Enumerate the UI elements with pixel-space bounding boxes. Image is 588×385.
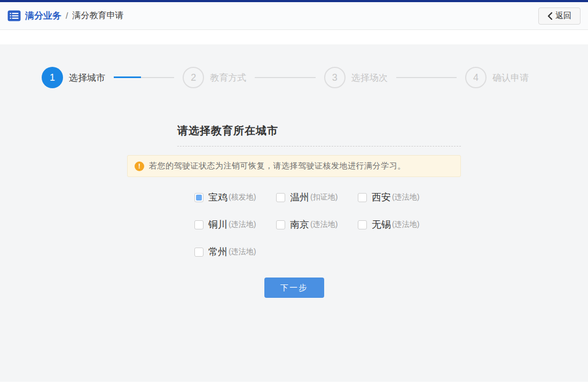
city-option-tongchuan[interactable]: 铜川 (违法地): [194, 218, 276, 231]
step-connector-3: [396, 77, 457, 78]
checkbox-baoji[interactable]: [194, 193, 203, 202]
step-progress: [114, 76, 141, 78]
main-panel: 1 选择城市 2 教育方式 3 选择场次 4 确认申请 请选择教育所在城市 ! …: [0, 44, 588, 382]
step-2-education-mode: 2 教育方式: [183, 67, 246, 88]
city-option-changzhou[interactable]: 常州 (违法地): [194, 245, 276, 258]
header: 满分业务 / 满分教育申请 返回: [0, 2, 588, 30]
city-type: (违法地): [392, 192, 419, 202]
form-content: 请选择教育所在城市 ! 若您的驾驶证状态为注销可恢复，请选择驾驶证核发地进行满分…: [127, 124, 461, 298]
city-type: (违法地): [229, 220, 256, 229]
breadcrumb-section[interactable]: 满分业务: [25, 10, 61, 22]
checkbox-tongchuan[interactable]: [194, 220, 203, 229]
city-type: (违法地): [310, 220, 338, 229]
step-2-circle: 2: [183, 67, 204, 88]
back-button-label: 返回: [555, 11, 571, 21]
city-option-xian[interactable]: 西安 (违法地): [358, 191, 440, 204]
list-icon: [7, 10, 21, 21]
form-title: 请选择教育所在城市: [177, 124, 461, 138]
city-type: (核发地): [229, 192, 256, 202]
button-row: 下一步: [127, 278, 461, 298]
checkbox-wuxi[interactable]: [358, 220, 367, 229]
breadcrumb: 满分业务 / 满分教育申请: [7, 10, 123, 22]
checkbox-nanjing[interactable]: [276, 220, 285, 229]
step-1-select-city: 1 选择城市: [42, 67, 105, 88]
notice-text: 若您的驾驶证状态为注销可恢复，请选择驾驶证核发地进行满分学习。: [149, 161, 406, 171]
step-2-label: 教育方式: [210, 72, 246, 84]
back-button[interactable]: 返回: [538, 7, 581, 25]
breadcrumb-current: 满分教育申请: [72, 10, 123, 21]
city-type: (违法地): [229, 247, 256, 257]
next-step-button[interactable]: 下一步: [264, 278, 324, 298]
warning-icon: !: [135, 161, 144, 171]
step-3-select-session: 3 选择场次: [324, 67, 388, 88]
city-option-wuxi[interactable]: 无锡 (违法地): [358, 218, 440, 231]
breadcrumb-separator: /: [66, 11, 68, 21]
city-name: 无锡: [372, 218, 391, 231]
step-4-circle: 4: [465, 67, 487, 88]
checkbox-wenzhou[interactable]: [276, 193, 285, 202]
stepper: 1 选择城市 2 教育方式 3 选择场次 4 确认申请: [42, 44, 529, 88]
city-option-nanjing[interactable]: 南京 (违法地): [276, 218, 358, 231]
title-block: 请选择教育所在城市: [177, 124, 461, 147]
city-name: 温州: [290, 191, 309, 204]
step-1-label: 选择城市: [69, 72, 105, 84]
notice-banner: ! 若您的驾驶证状态为注销可恢复，请选择驾驶证核发地进行满分学习。: [127, 155, 461, 177]
city-type: (扣证地): [310, 192, 338, 202]
checkbox-xian[interactable]: [358, 193, 367, 202]
city-name: 宝鸡: [208, 191, 228, 204]
city-name: 铜川: [208, 218, 228, 231]
city-name: 常州: [208, 245, 228, 258]
step-3-label: 选择场次: [351, 72, 388, 84]
step-4-confirm: 4 确认申请: [465, 67, 529, 88]
city-option-baoji[interactable]: 宝鸡 (核发地): [194, 191, 276, 204]
step-connector-1: [114, 77, 174, 78]
city-options-grid: 宝鸡 (核发地) 温州 (扣证地) 西安 (违法地) 铜川 (违法地) 南京: [194, 191, 461, 258]
step-3-circle: 3: [324, 67, 346, 88]
step-4-label: 确认申请: [492, 72, 529, 84]
city-option-wenzhou[interactable]: 温州 (扣证地): [276, 191, 358, 204]
chevron-left-icon: [547, 12, 552, 20]
city-type: (违法地): [392, 220, 419, 229]
city-name: 南京: [290, 218, 309, 231]
city-name: 西安: [372, 191, 391, 204]
step-connector-2: [255, 77, 315, 78]
step-1-circle: 1: [42, 67, 63, 88]
checkbox-changzhou[interactable]: [194, 248, 203, 257]
